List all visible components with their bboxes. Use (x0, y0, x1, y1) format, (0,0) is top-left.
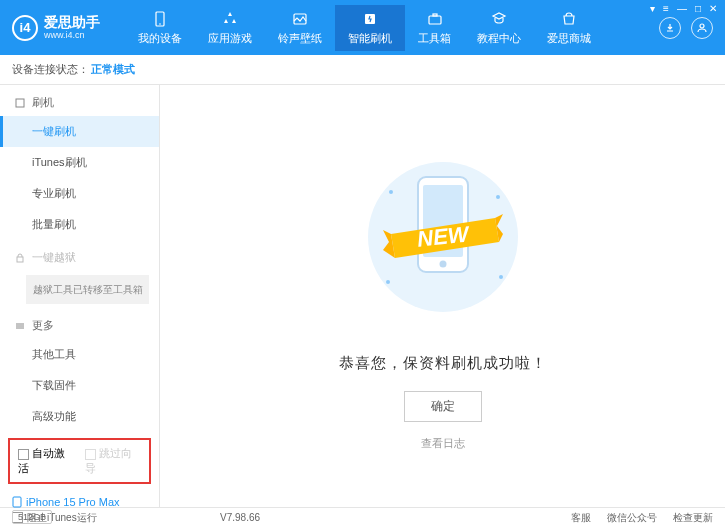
svg-point-17 (386, 280, 390, 284)
tab-bar: 我的设备 应用游戏 铃声壁纸 智能刷机 工具箱 教程中心 爱思商城 (125, 5, 659, 51)
sidebar-item-other-tools[interactable]: 其他工具 (0, 339, 159, 370)
tab-my-device[interactable]: 我的设备 (125, 5, 195, 51)
tab-tutorial[interactable]: 教程中心 (464, 5, 534, 51)
jailbreak-moved-note: 越狱工具已转移至工具箱 (26, 275, 149, 304)
sidebar-item-pro-flash[interactable]: 专业刷机 (0, 178, 159, 209)
settings-icon[interactable]: ≡ (663, 3, 669, 14)
main-content: NEW 恭喜您，保资料刷机成功啦！ 确定 查看日志 (160, 85, 725, 507)
svg-point-1 (159, 23, 161, 25)
svg-rect-8 (17, 257, 23, 262)
version-label: V7.98.66 (220, 512, 260, 523)
status-bar: 设备连接状态： 正常模式 (0, 55, 725, 85)
ok-button[interactable]: 确定 (404, 391, 482, 422)
svg-point-18 (499, 275, 503, 279)
sidebar-item-oneclick-flash[interactable]: 一键刷机 (0, 116, 159, 147)
maximize-icon[interactable]: □ (695, 3, 701, 14)
menu-icon[interactable]: ▾ (650, 3, 655, 14)
flash-section-icon (14, 97, 26, 109)
window-controls: ▾ ≡ — □ ✕ (650, 3, 717, 14)
success-message: 恭喜您，保资料刷机成功啦！ (339, 354, 547, 373)
svg-point-13 (439, 260, 446, 267)
svg-rect-5 (433, 14, 437, 16)
phone-icon (12, 496, 22, 508)
sidebar-item-batch-flash[interactable]: 批量刷机 (0, 209, 159, 240)
wallpaper-icon (291, 10, 309, 28)
more-icon (14, 320, 26, 332)
sidebar: 刷机 一键刷机 iTunes刷机 专业刷机 批量刷机 一键越狱 越狱工具已转移至… (0, 85, 160, 507)
svg-rect-7 (16, 99, 24, 107)
device-icon (151, 10, 169, 28)
svg-rect-4 (429, 16, 441, 24)
sidebar-item-download-firmware[interactable]: 下载固件 (0, 370, 159, 401)
tab-flash[interactable]: 智能刷机 (335, 5, 405, 51)
tab-store[interactable]: 爱思商城 (534, 5, 604, 51)
app-title: 爱思助手 (44, 15, 100, 29)
svg-point-16 (496, 195, 500, 199)
skip-guide-checkbox[interactable]: 跳过向导 (85, 446, 142, 476)
tab-apps[interactable]: 应用游戏 (195, 5, 265, 51)
app-logo: i4 爱思助手 www.i4.cn (12, 15, 100, 41)
tab-toolbox[interactable]: 工具箱 (405, 5, 464, 51)
sidebar-section-flash[interactable]: 刷机 (0, 85, 159, 116)
tab-wallpaper[interactable]: 铃声壁纸 (265, 5, 335, 51)
apps-icon (221, 10, 239, 28)
close-icon[interactable]: ✕ (709, 3, 717, 14)
download-button[interactable] (659, 17, 681, 39)
svg-point-15 (389, 190, 393, 194)
logo-icon: i4 (12, 15, 38, 41)
auto-activate-checkbox[interactable]: 自动激活 (18, 446, 75, 476)
user-button[interactable] (691, 17, 713, 39)
sidebar-item-advanced[interactable]: 高级功能 (0, 401, 159, 432)
store-icon (560, 10, 578, 28)
device-info: iPhone 15 Pro Max 512GB iPhone (0, 490, 159, 527)
sidebar-item-itunes-flash[interactable]: iTunes刷机 (0, 147, 159, 178)
toolbox-icon (426, 10, 444, 28)
lock-icon (14, 252, 26, 264)
status-label: 设备连接状态： (12, 62, 89, 77)
view-log-link[interactable]: 查看日志 (421, 436, 465, 451)
footer-link-support[interactable]: 客服 (571, 511, 591, 525)
app-header: i4 爱思助手 www.i4.cn 我的设备 应用游戏 铃声壁纸 智能刷机 工具… (0, 0, 725, 55)
svg-point-6 (700, 24, 704, 28)
tutorial-icon (490, 10, 508, 28)
success-illustration: NEW (343, 142, 543, 342)
options-highlight-box: 自动激活 跳过向导 (8, 438, 151, 484)
svg-rect-9 (13, 497, 21, 507)
status-value: 正常模式 (91, 62, 135, 77)
sidebar-section-more[interactable]: 更多 (0, 308, 159, 339)
sidebar-section-jailbreak: 一键越狱 (0, 240, 159, 271)
device-name[interactable]: iPhone 15 Pro Max (12, 496, 147, 508)
footer-link-update[interactable]: 检查更新 (673, 511, 713, 525)
minimize-icon[interactable]: — (677, 3, 687, 14)
app-url: www.i4.cn (44, 31, 100, 40)
device-storage: 512GB (12, 510, 52, 524)
footer-link-wechat[interactable]: 微信公众号 (607, 511, 657, 525)
flash-icon (361, 10, 379, 28)
